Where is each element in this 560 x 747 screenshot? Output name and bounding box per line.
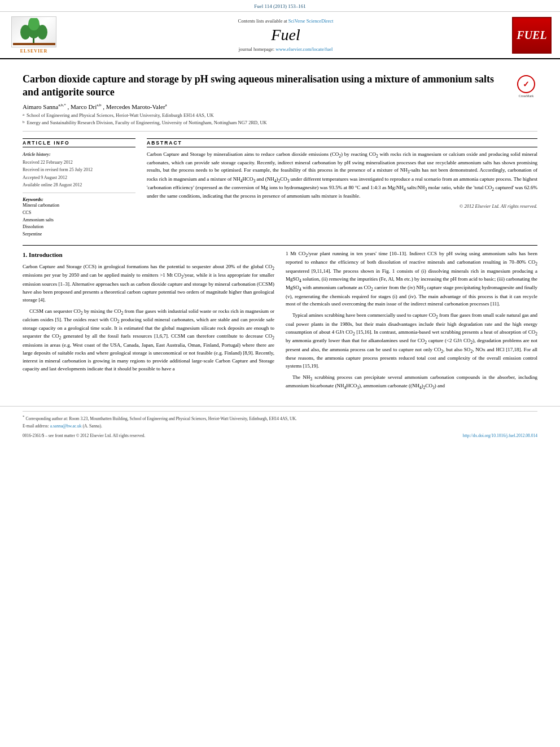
email-suffix: (A. Sanna). [82,423,102,429]
received-date: Received 22 February 2012 [23,159,135,167]
keyword-2: CCS [23,209,135,217]
body-para-1: Carbon Capture and Storage (CCS) in geol… [23,263,274,304]
copyright-line: © 2012 Elsevier Ltd. All rights reserved… [147,203,537,209]
crossmark-label: CrossMark [519,94,534,98]
affiliations: a School of Engineering and Physical Sci… [23,112,509,126]
abstract-col: ABSTRACT Carbon Capture and Storage by m… [147,138,537,238]
journal-center: Contents lists available at SciVerse Sci… [67,16,505,54]
journal-ref-bar: Fuel 114 (2013) 153–161 [0,0,560,12]
history-label: Article history: [23,151,135,159]
accepted-date: Accepted 9 August 2012 [23,174,135,182]
body-divider [23,245,537,246]
article-info-header: ARTICLE INFO [23,138,135,147]
email-label: E-mail address: [23,423,49,429]
body-para-right-3: The NH3 scrubbing process can precipitat… [286,374,537,391]
footer-area: * Corresponding author at: Room 3.23, Mo… [0,406,560,443]
doi-link[interactable]: http://dx.doi.org/10.1016/j.fuel.2012.08… [463,433,537,438]
issn-info: 0016-2361/$ – see front matter © 2012 El… [23,433,145,438]
contents-label: Contents lists available at [238,18,287,24]
page: Fuel 114 (2013) 153–161 ELSEVIER C [0,0,560,747]
crossmark-symbol: ✓ [523,80,530,89]
author1-sup: a,b,* [58,103,66,107]
elsevier-logo-section: ELSEVIER [6,16,62,54]
email-note: E-mail address: a.sanna@hw.ac.uk (A. San… [23,423,537,429]
authors-line: Aimaro Sannaa,b,* , Marco Dria,b , Merce… [23,103,509,110]
received-revised-date: Received in revised form 25 July 2012 [23,166,135,174]
body-col-right: 1 Mt CO2/year plant running in ten years… [286,250,537,395]
homepage-url[interactable]: www.elsevier.com/locate/fuel [275,46,333,52]
body-col-left: 1. Introduction Carbon Capture and Stora… [23,250,274,395]
author2-sup: a,b [97,103,101,107]
elsevier-label: ELSEVIER [20,49,47,54]
author3-name: , Mercedes Maroto-Valer [103,103,165,110]
affil-b: b Energy and Sustainability Research Div… [23,119,509,126]
author3-sup: a [165,103,167,107]
fuel-logo-box: FUEL [509,16,554,54]
article-title: Carbon dioxide capture and storage by pH… [23,73,509,99]
keywords-header: Keywords: [23,196,135,202]
article-title-section: Carbon dioxide capture and storage by pH… [23,67,537,132]
keyword-3: Ammonium salts [23,217,135,224]
article-content: Carbon dioxide capture and storage by pH… [0,59,560,406]
article-history: Article history: Received 22 February 20… [23,151,135,189]
journal-header: ELSEVIER Contents lists available at Sci… [0,12,560,59]
author1-name: Aimaro Sanna [23,103,58,110]
svg-rect-5 [13,43,55,45]
contents-line: Contents lists available at SciVerse Sci… [67,18,505,24]
body-para-right-1: 1 Mt CO2/year plant running in ten years… [286,250,537,309]
affil-a: a School of Engineering and Physical Sci… [23,112,509,119]
body-para-right-2: Typical amines scrubbing have been comme… [286,312,537,370]
homepage-line: journal homepage: www.elsevier.com/locat… [67,46,505,52]
affil-a-text: School of Engineering and Physical Scien… [27,112,213,119]
crossmark-badge[interactable]: ✓ CrossMark [515,75,537,98]
elsevier-tree-image [11,16,56,47]
article-info-col: ARTICLE INFO Article history: Received 2… [23,138,135,238]
email-link[interactable]: a.sanna@hw.ac.uk [50,423,82,429]
corresponding-note: * Corresponding author at: Room 3.23, Mo… [23,414,537,422]
author2-name: , Marco Dri [68,103,97,110]
footer-bottom: 0016-2361/$ – see front matter © 2012 El… [23,433,537,438]
section1-title: 1. Introduction [23,250,274,260]
abstract-header: ABSTRACT [147,138,537,147]
keyword-4: Dissolution [23,224,135,231]
divider1 [23,193,135,193]
keyword-1: Mineral carbonation [23,202,135,209]
online-date: Available online 28 August 2012 [23,181,135,189]
keywords-section: Keywords: Mineral carbonation CCS Ammoni… [23,196,135,238]
article-info-abstract-section: ARTICLE INFO Article history: Received 2… [23,138,537,238]
body-para-2: CCSM can sequester CO2 by mixing the CO2… [23,308,274,373]
homepage-label: journal homepage: [239,46,275,52]
journal-reference: Fuel 114 (2013) 153–161 [254,3,305,9]
journal-title: Fuel [67,26,505,44]
fuel-logo: FUEL [512,17,552,54]
keyword-5: Serpentine [23,231,135,238]
affil-b-text: Energy and Sustainability Research Divis… [27,119,267,126]
crossmark-circle: ✓ [517,75,535,93]
sciverse-link[interactable]: SciVerse ScienceDirect [288,18,334,24]
abstract-text: Carbon Capture and Storage by mineralisa… [147,151,537,200]
body-text-section: 1. Introduction Carbon Capture and Stora… [23,250,537,395]
